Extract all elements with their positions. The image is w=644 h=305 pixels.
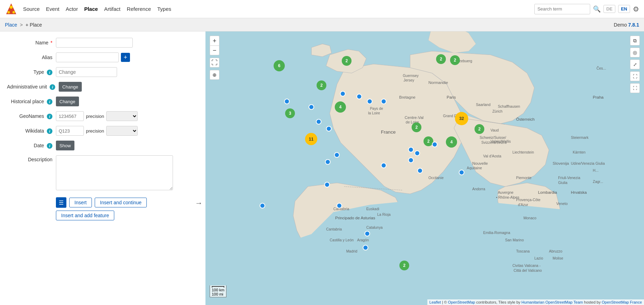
- list-icon-button[interactable]: ☰: [56, 197, 66, 208]
- map-pin[interactable]: [417, 168, 423, 173]
- historical-place-change-button[interactable]: Change: [56, 97, 79, 106]
- cluster-marker[interactable]: 2: [412, 122, 421, 132]
- scale-100mi: 100 mi: [212, 292, 224, 296]
- map-pin[interactable]: [337, 203, 342, 208]
- map-pin[interactable]: [364, 231, 370, 236]
- cluster-marker[interactable]: 2: [475, 124, 484, 134]
- minimize-button[interactable]: ⛶: [630, 83, 640, 93]
- cluster-marker[interactable]: 4: [446, 136, 457, 148]
- cluster-marker[interactable]: 4: [335, 101, 346, 113]
- search-input[interactable]: [534, 4, 590, 14]
- map-attribution: Leaflet | © OpenStreetMap contributors, …: [427, 299, 644, 305]
- cluster-marker[interactable]: 2: [342, 56, 352, 66]
- type-info-icon[interactable]: i: [47, 70, 52, 75]
- lang-de-button[interactable]: DE: [603, 5, 615, 13]
- map-pin[interactable]: [284, 99, 290, 104]
- map-controls-right: ⧉ ◎ ⤢ ⛶ ⛶: [630, 36, 640, 93]
- map-pin[interactable]: [381, 99, 386, 104]
- maximize-button[interactable]: ⛶: [630, 71, 640, 81]
- svg-text:Euskadi: Euskadi: [366, 207, 379, 211]
- map-pin[interactable]: [414, 150, 420, 156]
- nav-types[interactable]: Types: [157, 6, 171, 12]
- osm-france-link[interactable]: OpenStreetMap France: [602, 300, 642, 304]
- map-pin[interactable]: [459, 170, 464, 175]
- header-right: 🔍 DE EN ⚙: [534, 4, 639, 14]
- locate-icon-button[interactable]: ◎: [630, 48, 640, 57]
- nav-place[interactable]: Place: [84, 6, 98, 12]
- svg-text:Vaud: Vaud: [491, 128, 499, 132]
- layers-button[interactable]: ⧉: [630, 36, 640, 45]
- cluster-marker[interactable]: 2: [450, 55, 460, 65]
- svg-text:Österreich: Österreich: [516, 117, 535, 121]
- cluster-marker[interactable]: 3: [285, 108, 295, 118]
- map-pin[interactable]: [381, 163, 386, 168]
- date-show-button[interactable]: Show: [56, 141, 74, 150]
- svg-text:Udine/Venezia Giulia: Udine/Venezia Giulia: [571, 162, 605, 165]
- cluster-marker[interactable]: 11: [305, 133, 317, 145]
- map-pin[interactable]: [309, 104, 314, 110]
- alias-input[interactable]: [56, 52, 119, 62]
- svg-text:Occitanie: Occitanie: [428, 176, 444, 180]
- svg-text:Val d'Aosta: Val d'Aosta: [483, 154, 501, 158]
- osm-link[interactable]: OpenStreetMap: [448, 300, 475, 304]
- geonames-precision-select[interactable]: exact approximate: [106, 111, 138, 121]
- map-pin[interactable]: [408, 157, 414, 163]
- alias-label: Alias: [7, 55, 52, 60]
- map-pin[interactable]: [324, 182, 330, 187]
- zoom-in-button[interactable]: +: [210, 36, 219, 45]
- nav-actor[interactable]: Actor: [66, 6, 78, 12]
- hot-link[interactable]: Humanitarian OpenStreetMap Team: [521, 300, 583, 304]
- wikidata-info-icon[interactable]: i: [47, 128, 52, 134]
- geonames-info-icon[interactable]: i: [47, 114, 52, 119]
- date-info-icon[interactable]: i: [47, 143, 52, 149]
- map-pin[interactable]: [432, 142, 437, 147]
- nav-reference[interactable]: Reference: [127, 6, 151, 12]
- lang-en-button[interactable]: EN: [618, 5, 630, 13]
- svg-text:Pays de: Pays de: [370, 107, 383, 111]
- map-pin[interactable]: [316, 119, 321, 125]
- alias-add-button[interactable]: +: [121, 53, 130, 62]
- name-input[interactable]: [56, 38, 133, 48]
- admin-unit-change-button[interactable]: Change: [59, 82, 82, 92]
- admin-unit-info-icon[interactable]: i: [50, 84, 55, 90]
- historical-place-info-icon[interactable]: i: [47, 99, 52, 105]
- fullscreen-button[interactable]: ⛶: [210, 58, 219, 68]
- nav-source[interactable]: Source: [23, 6, 40, 12]
- locate-button[interactable]: ⊕: [210, 70, 219, 80]
- map-pin[interactable]: [334, 152, 340, 158]
- cluster-marker[interactable]: 6: [274, 60, 285, 71]
- leaflet-link[interactable]: Leaflet: [429, 300, 441, 304]
- insert-feature-button[interactable]: Insert and add feature: [56, 211, 114, 220]
- zoom-selection-button[interactable]: ⤢: [630, 59, 640, 69]
- map-panel[interactable]: France Principado de Asturias Cantabria …: [205, 31, 644, 305]
- svg-text:Andorra: Andorra: [472, 187, 485, 191]
- type-input[interactable]: [56, 67, 117, 77]
- map-pin[interactable]: [408, 147, 414, 152]
- description-textarea[interactable]: [56, 155, 173, 190]
- insert-continue-button[interactable]: Insert and continue: [95, 198, 147, 207]
- breadcrumb-parent[interactable]: Place: [5, 22, 17, 28]
- insert-button[interactable]: Insert: [69, 198, 92, 207]
- wikidata-precision-select[interactable]: exact approximate: [106, 126, 138, 136]
- map-pin[interactable]: [367, 99, 372, 104]
- search-button[interactable]: 🔍: [593, 5, 601, 13]
- settings-button[interactable]: ⚙: [633, 5, 639, 13]
- svg-text:San Marino: San Marino: [505, 238, 524, 242]
- wikidata-input[interactable]: [56, 126, 84, 136]
- map-pin[interactable]: [363, 245, 368, 250]
- map-pin[interactable]: [326, 126, 332, 132]
- nav-artifact[interactable]: Artifact: [104, 6, 121, 12]
- zoom-out-button[interactable]: −: [210, 45, 219, 55]
- map-pin[interactable]: [325, 159, 331, 165]
- nav-event[interactable]: Event: [46, 6, 59, 12]
- geonames-input[interactable]: [56, 111, 84, 121]
- admin-unit-label: Administrative unit i: [7, 84, 55, 90]
- cluster-marker[interactable]: 2: [399, 261, 409, 270]
- cluster-marker[interactable]: 32: [455, 112, 468, 125]
- cluster-marker[interactable]: 2: [317, 80, 326, 90]
- svg-text:Abruzzo: Abruzzo: [549, 249, 562, 253]
- map-pin[interactable]: [260, 203, 265, 208]
- cluster-marker[interactable]: 2: [436, 54, 446, 64]
- map-pin[interactable]: [356, 94, 362, 99]
- map-pin[interactable]: [340, 91, 346, 97]
